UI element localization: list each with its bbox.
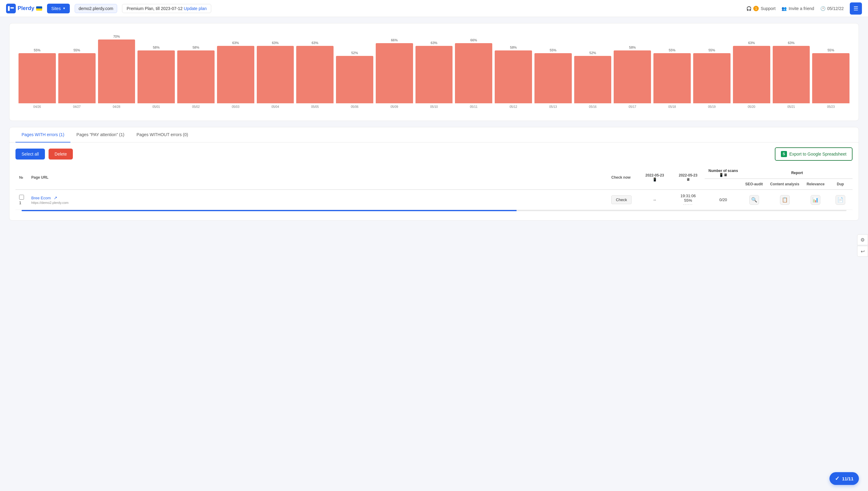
bar (376, 43, 413, 103)
bar-date-label: 05/03 (232, 105, 240, 109)
bar-date-label: 05/06 (351, 105, 359, 109)
sites-label: Sites (51, 6, 61, 11)
bar-group: 55% 05/19 (693, 48, 731, 109)
bar-pct-label: 63% (748, 41, 755, 45)
bar-date-label: 05/12 (509, 105, 517, 109)
bar-chart: 55% 04/26 55% 04/27 70% 04/28 58% 05/01 … (19, 32, 849, 118)
bar (137, 51, 175, 103)
bar-date-label: 05/19 (708, 105, 716, 109)
content-analysis-icon-btn[interactable]: 📋 (780, 195, 790, 205)
page-name-link[interactable]: Bree Ecom (31, 196, 51, 200)
check-button[interactable]: Check (611, 195, 631, 204)
seo-audit-icon-btn[interactable]: 🔍 (749, 195, 759, 205)
bar-pct-label: 55% (669, 48, 676, 52)
bar-group: 66% 05/11 (455, 38, 492, 109)
table-body: 1 Bree Ecom ↗ https://demo2.plerdy.com C… (16, 190, 852, 210)
bar (19, 53, 56, 103)
bar-group: 70% 04/28 (98, 35, 135, 109)
th-num: № (16, 166, 28, 190)
cell-page-url: Bree Ecom ↗ https://demo2.plerdy.com (28, 190, 608, 210)
th-scans-group: Number of scans 📱🖥 (705, 166, 741, 179)
google-sheets-icon: S (781, 151, 787, 157)
date-link[interactable]: 🕐 05/12/22 (820, 6, 844, 11)
bar-pct-label: 63% (431, 41, 437, 45)
bar-pct-label: 52% (351, 51, 358, 55)
bar-group: 63% 05/03 (217, 41, 254, 109)
bar-pct-label: 63% (232, 41, 239, 45)
bar-group: 58% 05/02 (177, 46, 215, 109)
menu-button[interactable]: ☰ (850, 2, 862, 15)
bar (693, 53, 731, 103)
domain-badge: demo2.plerdy.com (75, 4, 117, 13)
bar (534, 53, 572, 103)
bar-date-label: 05/04 (271, 105, 279, 109)
bar (614, 51, 651, 103)
bar (812, 53, 849, 103)
bar-date-label: 04/28 (113, 105, 120, 109)
toolbar-right: S Export to Google Spreadsheet (775, 147, 852, 161)
bar-group: 63% 05/04 (257, 41, 294, 109)
support-icon: 🎧 (746, 6, 751, 11)
bar-date-label: 05/05 (311, 105, 319, 109)
page-url-text: https://demo2.plerdy.com (31, 201, 604, 204)
bar-pct-label: 55% (550, 48, 556, 52)
row-checkbox[interactable] (19, 195, 24, 200)
bar-date-label: 04/27 (73, 105, 81, 109)
th-scans-val (705, 179, 741, 190)
bar (574, 56, 612, 103)
bar-date-label: 05/13 (549, 105, 557, 109)
sites-dropdown-button[interactable]: Sites ▼ (47, 4, 70, 13)
cell-date1: -- (638, 190, 671, 210)
support-link[interactable]: 🎧 1 Support (746, 6, 775, 11)
bar-group: 63% 05/10 (415, 41, 453, 109)
bar-date-label: 05/20 (748, 105, 755, 109)
plan-badge: Premium Plan, till 2023-07-12 Update pla… (122, 4, 211, 13)
bar-pct-label: 55% (34, 48, 40, 52)
chart-area: 55% 04/26 55% 04/27 70% 04/28 58% 05/01 … (19, 29, 849, 118)
th-seo-audit: SEO-audit (742, 179, 767, 190)
bar-date-label: 05/09 (391, 105, 398, 109)
table-header-row: № Page URL Check now 2022-05-23 📱 (16, 166, 852, 179)
relevance-icon-btn[interactable]: 📊 (811, 195, 820, 205)
bar-group: 58% 05/01 (137, 46, 175, 109)
bar (296, 46, 334, 103)
chevron-down-icon: ▼ (63, 7, 66, 10)
table-row: 1 Bree Ecom ↗ https://demo2.plerdy.com C… (16, 190, 852, 210)
cell-date2: 19:31:06 55% ------ (671, 190, 705, 210)
pages-table: № Page URL Check now 2022-05-23 📱 (16, 166, 852, 210)
bar (455, 43, 492, 103)
bar-pct-label: 58% (629, 46, 636, 49)
bar-group: 55% 05/13 (534, 48, 572, 109)
bar-pct-label: 63% (272, 41, 279, 45)
bar (257, 46, 294, 103)
tab-pages-pay-attention[interactable]: Pages "PAY attention" (1) (70, 127, 130, 143)
bar (653, 53, 691, 103)
invite-friend-link[interactable]: 👥 Invite a friend (781, 6, 814, 11)
tabs-header: Pages WITH errors (1) Pages "PAY attenti… (9, 127, 859, 143)
cell-num: 1 (19, 201, 21, 205)
bar-group: 63% 05/05 (296, 41, 334, 109)
export-button[interactable]: S Export to Google Spreadsheet (775, 147, 852, 161)
bar-group: 55% 05/18 (653, 48, 691, 109)
external-link-icon[interactable]: ↗ (54, 195, 57, 200)
tab-pages-with-errors[interactable]: Pages WITH errors (1) (16, 127, 70, 143)
cell-seo-audit: 🔍 (742, 190, 767, 210)
tab-pages-without-errors[interactable]: Pages WITHOUT errors (0) (130, 127, 194, 143)
bar-date-label: 05/21 (787, 105, 795, 109)
dup-icon-btn[interactable]: 📄 (836, 195, 845, 205)
bar-pct-label: 58% (153, 46, 160, 49)
bar-group: 66% 05/09 (376, 38, 413, 109)
svg-rect-2 (10, 7, 14, 8)
select-all-button[interactable]: Select all (16, 149, 45, 160)
bar (217, 46, 254, 103)
bar-group: 55% 04/27 (58, 48, 96, 109)
cell-scans: 0/20 (705, 190, 741, 210)
bar-date-label: 05/18 (668, 105, 676, 109)
delete-button[interactable]: Delete (49, 149, 73, 160)
bar-group: 58% 05/12 (495, 46, 532, 109)
header-right: 🎧 1 Support 👥 Invite a friend 🕐 05/12/22… (746, 2, 862, 15)
cell-relevance: 📊 (803, 190, 828, 210)
bar-group: 52% 05/06 (336, 51, 373, 109)
update-plan-link[interactable]: Update plan (184, 6, 207, 11)
bar-date-label: 05/23 (827, 105, 835, 109)
